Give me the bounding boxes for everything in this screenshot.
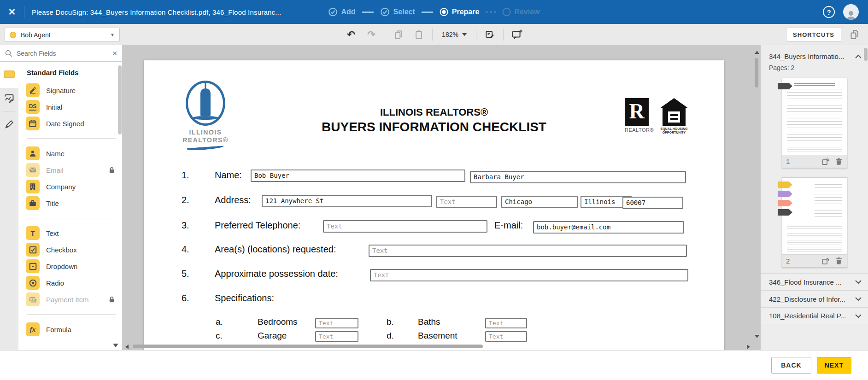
sub-number: a.	[216, 317, 223, 327]
copy-button[interactable]	[392, 28, 405, 41]
field-item-signature[interactable]: Signature	[26, 82, 122, 99]
section-divider	[27, 314, 116, 315]
shortcuts-button[interactable]: SHORTCUTS	[786, 28, 841, 41]
text-field-baths[interactable]: Text	[485, 318, 527, 328]
help-icon[interactable]: ?	[823, 6, 835, 18]
page-thumbnail-1[interactable]: 1	[782, 78, 847, 168]
text-field-email[interactable]: bob.buyer@email.com	[533, 221, 684, 234]
zoom-level-dropdown[interactable]: 182%	[439, 31, 469, 38]
row-number: 3.	[182, 220, 189, 231]
text-field-areas[interactable]: Text	[369, 245, 687, 257]
trash-icon[interactable]	[834, 257, 843, 265]
text-field-name-1[interactable]: Bob Buyer	[251, 170, 465, 182]
row-number: 6.	[182, 293, 189, 304]
scroll-up-icon[interactable]	[755, 51, 759, 54]
field-item-label: Text	[46, 229, 59, 237]
text-field-zip[interactable]: 60007	[622, 197, 683, 209]
document-name: 108_Residential Real P...	[769, 312, 855, 320]
field-item-label: Email	[46, 166, 64, 174]
field-item-title[interactable]: Title	[26, 195, 122, 211]
annotate-button[interactable]	[483, 28, 497, 41]
field-item-radio[interactable]: Radio	[26, 275, 122, 291]
canvas-horizontal-scrollbar[interactable]	[123, 343, 753, 350]
field-item-label: Company	[46, 183, 76, 191]
page-thumbnail-2[interactable]: 2	[782, 177, 847, 268]
close-icon[interactable]: ✕	[0, 0, 24, 24]
panel-scroll-thumb[interactable]	[864, 48, 868, 61]
horizontal-scroll-thumb[interactable]	[133, 345, 483, 348]
text-field-name-2[interactable]: Barbara Buyer	[470, 171, 686, 183]
text-field-city[interactable]: Chicago	[501, 196, 578, 208]
field-item-label: Formula	[46, 326, 71, 333]
field-item-date-signed[interactable]: Date Signed	[26, 115, 122, 132]
field-item-initial[interactable]: DS Initial	[26, 99, 122, 115]
text-field-basement[interactable]: Text	[485, 331, 527, 342]
undo-button[interactable]: ↶	[344, 28, 358, 41]
field-item-formula[interactable]: fx Formula	[26, 321, 122, 338]
sidebar-scroll-down-icon[interactable]	[113, 344, 118, 347]
sidebar-rail	[0, 62, 18, 350]
copy-page-icon[interactable]	[821, 157, 830, 166]
document-item-108-residential[interactable]: 108_Residential Real P...	[761, 307, 868, 324]
scroll-left-icon[interactable]	[125, 345, 129, 349]
top-header-bar: ✕ Please DocuSign: 344_Buyers Informatio…	[0, 0, 868, 24]
recipient-dropdown[interactable]: Bob Agent ▼	[5, 28, 120, 42]
step-add[interactable]: Add	[328, 7, 356, 17]
step-prepare[interactable]: Prepare	[440, 8, 480, 16]
stamps-tab[interactable]	[0, 86, 18, 110]
draw-tab[interactable]	[0, 112, 18, 136]
pages-panel-toggle[interactable]	[848, 28, 862, 41]
radio-current-icon	[440, 8, 448, 16]
step-review[interactable]: Review	[502, 8, 540, 16]
field-item-dropdown[interactable]: Dropdown	[26, 258, 122, 275]
zoom-level-value: 182%	[442, 31, 458, 38]
sidebar-scrollbar[interactable]	[118, 65, 122, 134]
copy-page-icon[interactable]	[821, 257, 830, 265]
trash-icon[interactable]	[834, 157, 843, 166]
field-item-checkbox[interactable]: Checkbox	[26, 241, 122, 258]
fields-tab[interactable]	[0, 62, 18, 86]
next-button[interactable]: NEXT	[817, 357, 851, 374]
section-divider	[27, 218, 116, 218]
circle-empty-icon	[502, 8, 510, 16]
scroll-right-icon[interactable]	[747, 345, 750, 349]
pen-icon	[4, 119, 14, 129]
document-item-346-flood-insurance[interactable]: 346_Flood Insurance ...	[761, 273, 868, 290]
avatar[interactable]	[843, 4, 859, 20]
text-field-possession-date[interactable]: Text	[370, 269, 688, 281]
back-button[interactable]: BACK	[771, 357, 811, 374]
row-label: Specifications:	[215, 293, 274, 304]
row-number: 1.	[182, 170, 189, 181]
document-item-422-disclosure[interactable]: 422_Disclosure of Infor...	[761, 290, 868, 307]
envelope-title: Please DocuSign: 344_Buyers Information …	[32, 8, 281, 16]
field-item-name[interactable]: Name	[26, 145, 122, 162]
step-select[interactable]: Select	[381, 7, 415, 17]
row-label: Approximate possession date:	[215, 269, 338, 279]
text-field-address-2[interactable]: Text	[436, 196, 497, 208]
comment-add-button[interactable]	[510, 28, 524, 41]
field-item-company[interactable]: Company	[26, 178, 122, 195]
text-field-bedrooms[interactable]: Text	[315, 318, 358, 328]
clear-search-icon[interactable]: ✕	[112, 50, 117, 57]
scroll-down-icon[interactable]	[755, 335, 759, 338]
search-fields-row: ✕	[0, 45, 122, 62]
text-field-telephone[interactable]: Text	[323, 220, 487, 233]
sub-number: d.	[387, 331, 394, 341]
field-item-text[interactable]: T Text	[26, 225, 122, 241]
field-item-label: Checkbox	[46, 246, 77, 254]
text-field-address-street[interactable]: 121 Anywhere St	[262, 195, 432, 207]
active-document-header[interactable]: 344_Buyers Informatio...	[761, 51, 868, 63]
lock-icon	[108, 296, 116, 304]
redo-button[interactable]: ↷	[364, 28, 378, 41]
vertical-scroll-thumb[interactable]	[755, 58, 758, 88]
document-page[interactable]: ILLINOISREALTORS® ILLINOIS REALTORS® BUY…	[144, 60, 724, 350]
sidebar-body: Standard Fields Signature DS Initial	[0, 62, 122, 350]
footer-bar: BACK NEXT	[0, 350, 868, 380]
toolbar-divider	[432, 29, 433, 41]
radio-icon	[26, 276, 40, 290]
search-input[interactable]	[17, 50, 108, 57]
row-label: Area(s) (locations) requested:	[215, 244, 336, 255]
canvas-vertical-scrollbar[interactable]	[753, 45, 760, 343]
text-field-garage[interactable]: Text	[315, 331, 358, 342]
paste-button[interactable]	[412, 28, 426, 41]
